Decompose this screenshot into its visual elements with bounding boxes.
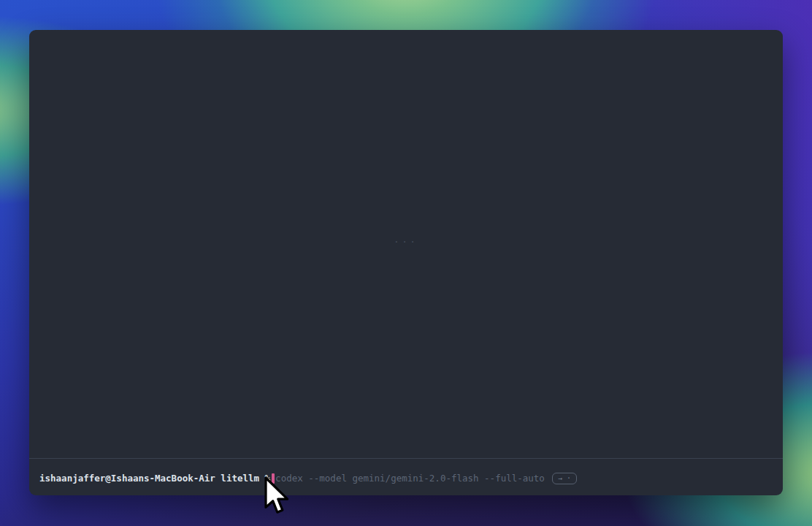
accept-suggestion-key-hint: → · — [552, 473, 577, 484]
autosuggestion-text: codex --model gemini/gemini-2.0-flash --… — [275, 473, 545, 484]
command-prompt-line[interactable]: ishaanjaffer@Ishaans-MacBook-Air litellm… — [39, 473, 773, 484]
prompt-directory: litellm — [221, 473, 259, 484]
terminal-window[interactable]: ... ishaanjaffer@Ishaans-MacBook-Air lit… — [29, 30, 783, 495]
prompt-separator — [29, 458, 783, 459]
prompt-user-host: ishaanjaffer@Ishaans-MacBook-Air — [39, 473, 215, 484]
loading-indicator: ... — [29, 235, 783, 245]
spacer — [215, 473, 221, 484]
mouse-pointer-icon — [263, 476, 291, 517]
